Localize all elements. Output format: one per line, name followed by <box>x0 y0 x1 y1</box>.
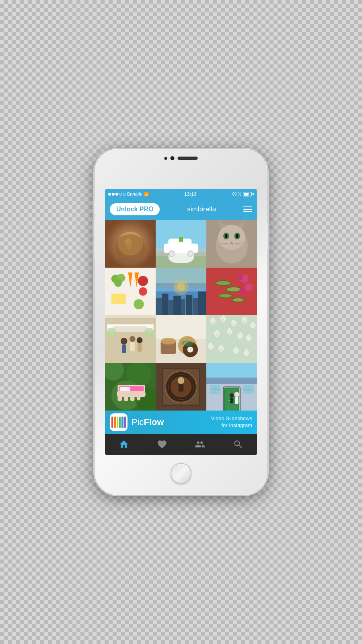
menu-button[interactable] <box>243 206 252 212</box>
earpiece-speaker <box>178 157 198 160</box>
front-sensor <box>165 157 167 160</box>
volume-down-button[interactable] <box>93 241 95 259</box>
menu-line-1 <box>243 206 252 207</box>
tab-home[interactable] <box>105 434 143 455</box>
svg-rect-160 <box>118 394 122 401</box>
svg-rect-189 <box>230 397 233 403</box>
mute-button[interactable] <box>93 201 95 213</box>
svg-rect-150 <box>206 315 257 363</box>
volume-up-button[interactable] <box>93 219 95 237</box>
svg-rect-45 <box>162 293 169 315</box>
svg-rect-163 <box>137 395 140 400</box>
svg-rect-9 <box>156 248 206 256</box>
picflow-name: PicFlow <box>132 417 164 427</box>
svg-point-13 <box>170 252 174 256</box>
svg-point-12 <box>169 250 175 257</box>
signal-dot-4 <box>119 193 122 196</box>
photo-cell-9[interactable] <box>206 315 257 363</box>
svg-rect-161 <box>124 395 128 401</box>
svg-rect-47 <box>173 295 181 315</box>
svg-rect-16 <box>179 237 183 242</box>
svg-point-40 <box>134 299 144 309</box>
svg-point-34 <box>114 279 122 287</box>
stripe-red <box>111 417 113 428</box>
svg-point-4 <box>125 238 132 245</box>
status-bar: Билайн 📶 13:13 69 % <box>105 189 257 199</box>
svg-rect-72 <box>122 345 126 353</box>
svg-point-83 <box>161 338 176 345</box>
svg-rect-170 <box>179 384 184 391</box>
svg-point-188 <box>230 393 234 398</box>
search-icon <box>233 439 243 450</box>
tab-search[interactable] <box>219 434 257 455</box>
svg-rect-51 <box>198 291 206 315</box>
svg-point-88 <box>181 341 193 346</box>
svg-rect-76 <box>138 343 142 352</box>
photo-cell-3[interactable] <box>206 220 257 268</box>
photo-cell-8[interactable] <box>156 315 206 363</box>
picflow-name-plain: Pic <box>132 417 144 427</box>
home-icon <box>119 439 129 450</box>
svg-point-39 <box>139 287 147 295</box>
svg-point-75 <box>137 337 143 343</box>
svg-point-71 <box>121 338 128 345</box>
svg-rect-37 <box>111 293 126 304</box>
photo-cell-2[interactable] <box>156 220 206 268</box>
status-right: 69 % <box>232 192 254 196</box>
svg-point-87 <box>187 347 193 353</box>
phone-screen: Билайн 📶 13:13 69 % Unlock PRO simbirell… <box>105 189 257 455</box>
svg-point-77 <box>106 328 116 338</box>
svg-rect-48 <box>181 299 185 315</box>
menu-line-3 <box>243 211 252 212</box>
tab-likes[interactable] <box>143 434 181 455</box>
photo-cell-6[interactable] <box>206 268 257 316</box>
photo-cell-4[interactable] <box>105 268 156 316</box>
people-icon <box>195 439 205 450</box>
stripe-orange <box>114 417 115 428</box>
stripe-yellow <box>117 417 118 428</box>
tab-people[interactable] <box>181 434 219 455</box>
battery-body <box>243 192 252 196</box>
logo-stripes <box>111 417 126 428</box>
svg-rect-49 <box>186 295 193 315</box>
heart-icon <box>157 439 167 450</box>
photo-cell-12[interactable] <box>206 363 257 411</box>
tab-bar <box>105 434 257 455</box>
photo-cell-5[interactable] <box>156 268 206 316</box>
picflow-name-bold: Flow <box>144 417 164 427</box>
photo-cell-7[interactable] <box>105 315 156 363</box>
svg-rect-7 <box>156 220 206 252</box>
status-time: 13:13 <box>184 192 197 196</box>
svg-point-169 <box>178 377 185 384</box>
svg-rect-187 <box>235 397 238 404</box>
power-button[interactable] <box>267 223 269 250</box>
svg-rect-162 <box>130 396 135 401</box>
unlock-pro-button[interactable]: Unlock PRO <box>110 203 160 215</box>
svg-point-2 <box>115 237 145 263</box>
svg-point-6 <box>127 244 132 250</box>
svg-point-5 <box>131 241 137 247</box>
svg-point-38 <box>138 276 148 286</box>
svg-point-186 <box>234 392 239 397</box>
photo-cell-1[interactable] <box>105 220 156 268</box>
stripe-blue <box>121 417 123 428</box>
svg-point-14 <box>187 250 194 257</box>
svg-point-24 <box>225 234 227 238</box>
svg-point-73 <box>130 336 136 342</box>
home-button[interactable] <box>171 463 191 484</box>
picflow-banner[interactable]: PicFlow Video Slideshowsfor Instagram <box>105 411 257 434</box>
photo-cell-10[interactable] <box>105 363 156 411</box>
svg-point-78 <box>144 328 154 338</box>
battery-fill <box>244 193 249 196</box>
photo-grid <box>105 220 257 411</box>
svg-point-19 <box>218 225 245 250</box>
signal-dot-5 <box>123 193 125 196</box>
menu-line-2 <box>243 209 252 210</box>
picflow-tagline: Video Slideshowsfor Instagram <box>211 415 252 429</box>
photo-cell-11[interactable] <box>156 363 206 411</box>
svg-point-15 <box>188 252 193 256</box>
battery-percent: 69 % <box>232 192 241 196</box>
svg-rect-46 <box>169 300 174 315</box>
signal-dots <box>108 193 125 196</box>
svg-point-3 <box>118 232 143 256</box>
